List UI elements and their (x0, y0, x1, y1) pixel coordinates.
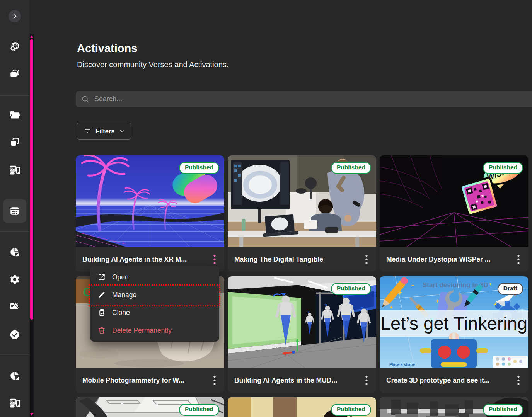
status-badge-draft: Draft (498, 283, 523, 295)
card-making-digital-tangible[interactable]: Published Making The Digital Tangible (228, 155, 376, 272)
chevron-down-icon (119, 128, 124, 134)
menu-item-open[interactable]: Open (90, 268, 219, 286)
card-row3-3[interactable]: Published (380, 397, 528, 417)
filter-icon (84, 127, 91, 135)
trash-icon (97, 326, 106, 335)
sidebar-item-collections[interactable] (5, 65, 24, 83)
card-edit-icon (9, 300, 20, 312)
sidebar-item-settings[interactable] (5, 270, 24, 289)
sidebar-item-notes[interactable] (5, 297, 24, 315)
sidebar-divider (0, 231, 29, 232)
page-subtitle: Discover community Verses and Activation… (77, 60, 228, 69)
activations-page: Activations Discover community Verses an… (0, 0, 532, 417)
gear-icon (9, 274, 20, 285)
card-building-ai-agents-xr[interactable]: Published Building AI Agents in the XR M… (76, 155, 224, 272)
layers-icon (9, 69, 20, 80)
search-icon (81, 95, 90, 104)
open-external-icon (97, 273, 106, 281)
sidebar-item-activations-selected[interactable] (5, 202, 24, 220)
folder-open-icon (9, 109, 20, 121)
card-title: Building AI Agents in the MUD... (234, 376, 358, 385)
sidebar-divider (0, 95, 29, 96)
search-bar[interactable] (76, 91, 532, 107)
status-badge: Published (179, 162, 219, 174)
copy-icon (9, 137, 20, 148)
card-title: Media Under Dystopia WISPer ... (386, 255, 510, 264)
sidebar-item-media[interactable] (5, 161, 24, 179)
check-circle-icon (9, 329, 20, 340)
sidebar-item-templates[interactable] (5, 133, 24, 151)
card-menu-button[interactable] (361, 252, 372, 267)
filters-label: Filters (95, 128, 115, 135)
sidebar (0, 0, 29, 417)
card-thumbnail: Published (228, 155, 376, 247)
status-badge: Published (331, 283, 371, 295)
sidebar-item-files[interactable] (5, 106, 24, 124)
card-title: Create 3D prototype and see it... (386, 376, 510, 385)
card-menu-button[interactable] (513, 252, 524, 267)
status-badge: Published (483, 162, 523, 174)
menu-item-label: Manage (112, 291, 136, 299)
card-thumbnail: WISPER Published (380, 155, 528, 247)
menu-item-delete-permanently[interactable]: Delete Permanently (90, 322, 219, 339)
pencil-icon (97, 291, 106, 299)
sidebar-item-analytics-2[interactable] (5, 367, 24, 385)
sidebar-item-analytics[interactable] (5, 243, 24, 262)
card-thumbnail: Published (228, 276, 376, 368)
tinkering-banner-text: Let’s get Tinkering (380, 313, 527, 334)
card-title: Making The Digital Tangible (234, 255, 358, 264)
place-a-shape-text: Place a shape (389, 363, 415, 367)
card-context-menu: Open Manage Clone (90, 266, 219, 342)
card-building-ai-agents-mud[interactable]: Published Building AI Agents in the MUD.… (228, 276, 376, 393)
card-title: Building AI Agents in the XR M... (82, 255, 206, 264)
sidebar-divider (0, 354, 29, 355)
card-menu-button[interactable] (361, 373, 372, 388)
status-badge: Published (331, 162, 371, 174)
card-thumbnail: Published (76, 397, 224, 417)
card-thumbnail: Published (76, 155, 224, 247)
image-phone-icon (9, 164, 20, 176)
card-menu-button[interactable] (209, 373, 220, 388)
sidebar-expand-button[interactable] (9, 10, 21, 22)
scrollbar-down-arrow[interactable] (30, 413, 33, 416)
calendar-table-icon (9, 206, 20, 216)
card-thumbnail: Published (380, 397, 528, 417)
clone-icon (97, 308, 106, 317)
pie-chart-bars-icon (9, 371, 20, 381)
filters-button[interactable]: Filters (77, 123, 131, 140)
card-thumbnail: Start designing in 3D (380, 276, 528, 368)
sidebar-item-discover[interactable] (5, 37, 24, 56)
scrollbar-up-arrow[interactable] (30, 35, 33, 38)
menu-item-label: Open (112, 273, 129, 281)
status-badge: Published (331, 404, 371, 416)
card-row3-2[interactable]: Published (228, 397, 376, 417)
card-title: Mobile Photogrammetry for W... (82, 376, 206, 385)
search-input[interactable] (94, 95, 443, 104)
status-badge: Published (179, 404, 219, 416)
status-badge: Published (483, 404, 523, 416)
scrollbar-thumb[interactable] (30, 39, 33, 320)
card-menu-button-active[interactable] (209, 252, 220, 267)
globe-search-icon (9, 41, 20, 52)
menu-item-label: Clone (112, 309, 130, 317)
pie-chart-bars-icon (9, 247, 20, 258)
card-create-3d-prototype[interactable]: Start designing in 3D (380, 276, 528, 393)
card-media-under-dystopia[interactable]: WISPER Published (380, 155, 528, 272)
chevron-right-icon (12, 13, 18, 19)
sidebar-item-media-2[interactable] (5, 394, 24, 412)
card-menu-button[interactable] (513, 373, 524, 388)
image-phone-icon (9, 397, 20, 409)
page-title: Activations (77, 42, 137, 55)
sidebar-item-approvals[interactable] (5, 325, 24, 344)
menu-item-label: Delete Permanently (112, 327, 172, 335)
menu-item-manage[interactable]: Manage (90, 286, 219, 304)
card-thumbnail: Published (228, 397, 376, 417)
menu-item-clone[interactable]: Clone (90, 304, 219, 322)
card-row3-1[interactable]: Published (76, 397, 224, 417)
vertical-scrollbar[interactable] (30, 34, 34, 417)
